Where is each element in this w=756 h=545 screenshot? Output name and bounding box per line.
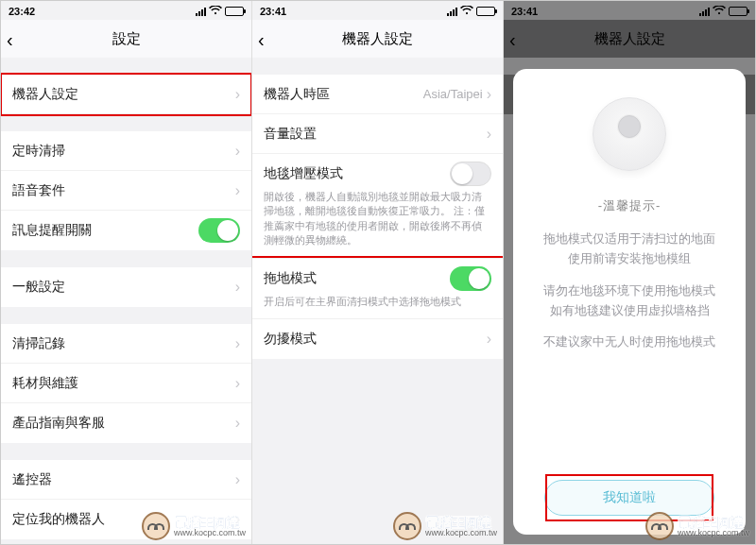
mascot-icon <box>393 512 421 540</box>
ok-button[interactable]: 我知道啦 <box>544 480 714 516</box>
screen-robot-settings: 23:41 ‹ 機器人設定 機器人時區 Asia/Taipei › 音量設置 › <box>252 1 504 544</box>
modal-text-3: 不建议家中无人时使用拖地模式 <box>543 332 715 352</box>
chevron-right-icon: › <box>235 143 240 160</box>
modal-heading: -溫馨提示- <box>598 197 662 214</box>
wifi-icon <box>460 6 473 17</box>
screen-modal-tip: 23:41 ‹ 機器人設定 機器人時區 Asia/Taipei › <box>504 1 755 544</box>
nav-header: ‹ 機器人設定 <box>252 20 503 58</box>
chevron-right-icon: › <box>235 415 240 432</box>
row-robot-settings[interactable]: 機器人設定 › <box>1 75 251 114</box>
row-guide-support[interactable]: 產品指南與客服 › <box>1 403 251 443</box>
row-timezone[interactable]: 機器人時區 Asia/Taipei › <box>252 75 503 114</box>
value-text: Asia/Taipei <box>423 87 483 101</box>
chevron-right-icon: › <box>487 126 491 143</box>
row-description: 开启后可在主界面清扫模式中选择拖地模式 <box>264 295 491 309</box>
row-consumables[interactable]: 耗材與維護 › <box>1 364 251 403</box>
chevron-right-icon: › <box>235 279 240 296</box>
robot-vacuum-icon <box>593 97 666 171</box>
row-remote[interactable]: 遙控器 › <box>1 460 251 500</box>
row-locate-robot[interactable]: 定位我的機器人 › <box>1 500 251 539</box>
status-bar: 23:41 <box>252 1 503 20</box>
toggle-switch[interactable] <box>198 218 240 243</box>
status-bar: 23:42 <box>1 1 251 20</box>
row-description: 開啟後，機器人自動識別地毯並開啟最大吸力清掃地毯，離開地毯後自動恢復正常吸力。 … <box>264 190 491 248</box>
nav-header: ‹ 設定 <box>1 20 251 58</box>
signal-icon <box>447 7 457 16</box>
row-carpet-boost[interactable]: 地毯增壓模式 開啟後，機器人自動識別地毯並開啟最大吸力清掃地毯，離開地毯後自動恢… <box>252 154 503 259</box>
chevron-right-icon: › <box>487 86 491 103</box>
status-time: 23:41 <box>260 6 286 17</box>
row-scheduled-clean[interactable]: 定時清掃 › <box>1 131 251 171</box>
status-time: 23:42 <box>9 6 35 17</box>
chevron-right-icon: › <box>235 335 240 352</box>
modal-text-2: 请勿在地毯环境下使用拖地模式 如有地毯建议使用虚拟墙格挡 <box>543 281 715 322</box>
row-dnd-mode[interactable]: 勿擾模式 › <box>252 319 503 359</box>
toggle-switch[interactable] <box>450 266 491 291</box>
screen-settings: 23:42 ‹ 設定 機器人設定 › 定時清掃 › <box>1 1 252 544</box>
tip-modal: -溫馨提示- 拖地模式仅适用于清扫过的地面 使用前请安装拖地模组 请勿在地毯环境… <box>513 69 746 535</box>
chevron-right-icon: › <box>235 86 240 103</box>
chevron-right-icon: › <box>235 471 240 488</box>
chevron-right-icon: › <box>235 182 240 199</box>
row-notification-toggle[interactable]: 訊息提醒開關 <box>1 211 251 250</box>
row-clean-history[interactable]: 清掃記錄 › <box>1 324 251 364</box>
row-mop-mode[interactable]: 拖地模式 开启后可在主界面清扫模式中选择拖地模式 <box>252 259 503 319</box>
row-voice-pack[interactable]: 語音套件 › <box>1 171 251 211</box>
watermark: 電腦王阿達 www.kocpc.com.tw <box>393 512 497 540</box>
battery-icon <box>476 7 495 16</box>
page-title: 機器人設定 <box>342 30 413 48</box>
back-icon[interactable]: ‹ <box>7 29 13 51</box>
chevron-right-icon: › <box>487 331 491 348</box>
chevron-right-icon: › <box>235 375 240 392</box>
robot-image <box>587 92 672 177</box>
chevron-right-icon: › <box>235 511 240 528</box>
signal-icon <box>196 7 206 16</box>
battery-icon <box>225 7 244 16</box>
toggle-switch[interactable] <box>450 162 491 186</box>
modal-text-1: 拖地模式仅适用于清扫过的地面 使用前请安装拖地模组 <box>543 230 715 270</box>
wifi-icon <box>209 6 222 17</box>
back-icon[interactable]: ‹ <box>258 29 265 51</box>
row-volume[interactable]: 音量設置 › <box>252 114 503 154</box>
row-general-settings[interactable]: 一般設定 › <box>1 267 251 307</box>
page-title: 設定 <box>112 30 141 48</box>
